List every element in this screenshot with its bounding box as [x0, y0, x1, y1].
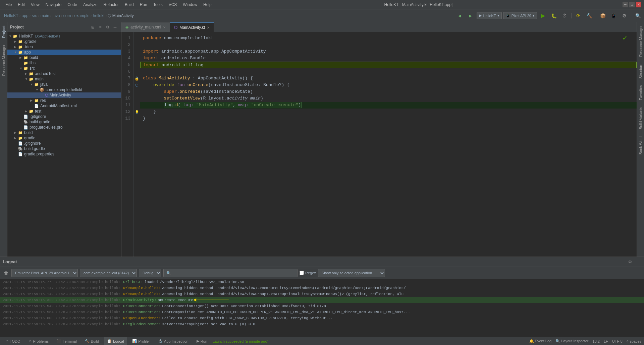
right-tab-word-book[interactable]: Book Word — [638, 133, 644, 158]
tree-item-build-app[interactable]: ▶ 📁 build — [7, 55, 121, 60]
tree-item-gitignore-app[interactable]: ▶ 📄 .gitignore — [7, 114, 121, 119]
menu-window[interactable]: Window — [180, 2, 200, 8]
status-event-log[interactable]: 🔔 Event Log — [529, 339, 552, 343]
gradle-button[interactable]: 🔨 — [584, 11, 594, 20]
app-filter-select[interactable]: Show only selected application — [318, 269, 385, 277]
panel-expand-button[interactable]: ⊞ — [90, 24, 96, 30]
menu-view[interactable]: View — [28, 2, 42, 8]
panel-minimize-button[interactable]: ─ — [112, 24, 118, 30]
menu-run[interactable]: Run — [137, 2, 150, 8]
run-button[interactable]: ▶ — [538, 11, 548, 20]
right-tab-build-variants[interactable]: Build Variants — [638, 104, 644, 133]
forward-button[interactable]: ► — [466, 11, 475, 20]
menu-build[interactable]: Build — [122, 2, 137, 8]
status-tab-problems[interactable]: ⚠ Problems — [26, 337, 51, 345]
back-button[interactable]: ◄ — [455, 11, 465, 20]
menu-navigate[interactable]: Navigate — [43, 2, 64, 8]
menu-analyze[interactable]: Analyze — [80, 2, 100, 8]
tree-item-test[interactable]: ▶ 📁 test — [7, 109, 121, 114]
tree-item-proguard[interactable]: ▶ 📄 proguard-rules.pro — [7, 125, 121, 130]
tree-item-gitignore-root[interactable]: ▶ 📄 .gitignore — [7, 141, 121, 146]
tree-item-libs[interactable]: ▶ 📁 libs — [7, 60, 121, 66]
tree-item-app[interactable]: ▼ 📁 app — [7, 50, 121, 55]
logcat-settings-button[interactable]: ⚙ — [627, 259, 633, 265]
tree-item-res[interactable]: ▶ 📁 res — [7, 98, 121, 103]
log-line-5: 2021-11-15 16:59:16.564 8178-8178/com.ex… — [0, 309, 644, 315]
tree-item-buildgradle-root[interactable]: ▶ 🐘 build.gradle — [7, 146, 121, 151]
menu-tools[interactable]: Tools — [151, 2, 165, 8]
debug-button[interactable]: 🐛 — [549, 11, 558, 20]
tab-mainactivity-kt[interactable]: ⬡ MainActivity.kt ✕ — [170, 22, 214, 32]
tree-item-gradle-root[interactable]: ▶ 📁 gradle — [7, 135, 121, 141]
panel-collapse-button[interactable]: ≡ — [97, 24, 104, 30]
breadcrumb-item-5[interactable]: com — [63, 13, 71, 18]
menu-help[interactable]: Help — [201, 2, 214, 8]
breadcrumb-item-8[interactable]: ⬡ MainActivity — [108, 13, 133, 18]
sync-button[interactable]: ⟳ — [574, 11, 583, 20]
tree-item-gradleprops[interactable]: ▶ 📄 gradle.properties — [7, 151, 121, 157]
menu-refactor[interactable]: Refactor — [101, 2, 121, 8]
tree-item-buildgradle-app[interactable]: ▶ 🐘 build.gradle — [7, 119, 121, 125]
breadcrumb-item-4[interactable]: java — [53, 13, 60, 18]
status-tab-run[interactable]: ▶ Run — [194, 337, 210, 345]
breadcrumb-item-7[interactable]: hellokt — [93, 13, 105, 18]
status-tab-app-inspection[interactable]: 🔬 App Inspection — [155, 337, 191, 345]
device-filter-select[interactable]: Emulator Pixel_API_29 Android 1 — [11, 269, 78, 277]
regex-checkbox[interactable] — [300, 271, 304, 275]
tab-activity-main-xml[interactable]: ◈ activity_main.xml ✕ — [121, 22, 170, 32]
tree-item-androidmanifest[interactable]: ▶ 📄 AndroidManifest.xml — [7, 103, 121, 109]
right-tab-structure[interactable]: Structure — [638, 60, 644, 82]
right-tab-resource-manager[interactable]: Resource Manager — [638, 22, 644, 60]
logcat-clear-button[interactable]: 🗑 — [3, 270, 9, 276]
menu-edit[interactable]: Edit — [15, 2, 28, 8]
device-selector[interactable]: 📱Pixel API 29▾ — [503, 12, 537, 19]
tree-item-androidtest[interactable]: ▶ 📁 androidTest — [7, 71, 121, 76]
settings-button[interactable]: ⚙ — [620, 11, 629, 20]
status-tab-profiler[interactable]: 📊 Profiler — [129, 337, 153, 345]
tree-item-java[interactable]: ▼ 📁 java — [7, 82, 121, 87]
tree-item-mainactivity[interactable]: ▶ ⬡ MainActivity — [7, 92, 121, 98]
sidebar-item-project[interactable]: Project — [1, 22, 7, 41]
maximize-button[interactable]: □ — [629, 2, 635, 7]
package-filter-select[interactable]: com.example.hellokt (8142) — [80, 269, 137, 277]
status-tab-build[interactable]: 🔨 Build — [82, 337, 102, 345]
tree-item-main[interactable]: ▼ 📁 main — [7, 76, 121, 82]
panel-gear-button[interactable]: ⚙ — [104, 24, 111, 30]
profile-button[interactable]: ⏱ — [560, 11, 569, 20]
close-tab-kt[interactable]: ✕ — [207, 26, 210, 29]
tree-item-idea[interactable]: ▶ 📁 .idea — [7, 44, 121, 50]
status-tab-terminal[interactable]: ⬛ Terminal — [54, 337, 79, 345]
sdk-manager-button[interactable]: 📦 — [598, 11, 607, 20]
avd-manager-button[interactable]: 📱 — [609, 11, 618, 20]
close-tab-xml[interactable]: ✕ — [163, 25, 166, 29]
close-button[interactable]: ✕ — [636, 2, 641, 7]
code-content[interactable]: package com.example.hellokt import andro… — [140, 32, 637, 257]
minimize-button[interactable]: ─ — [623, 2, 628, 7]
breadcrumb-item-0[interactable]: HelloKT — [4, 13, 18, 18]
tree-item-hellokt[interactable]: ▼ 📁 HelloKT D:\App\HelloKT — [7, 33, 121, 39]
menu-file[interactable]: File — [3, 2, 14, 8]
status-layout-inspector[interactable]: 🔍 Layout Inspector — [555, 339, 588, 343]
menu-vcs[interactable]: VCS — [166, 2, 180, 8]
breadcrumb-item-1[interactable]: app — [22, 13, 29, 18]
search-everywhere-button[interactable]: 🔍 — [633, 11, 643, 20]
tree-item-gradle[interactable]: ▶ 📁 .gradle — [7, 39, 121, 44]
menu-code[interactable]: Code — [65, 2, 80, 8]
sidebar-item-resource-manager[interactable]: Resource Manager — [1, 41, 7, 79]
tree-item-src[interactable]: ▼ 📁 src — [7, 66, 121, 71]
tree-item-build-root[interactable]: ▶ 📁 build — [7, 130, 121, 135]
run-config-selector[interactable]: ▶HelloKT▾ — [477, 12, 502, 19]
status-tab-todo[interactable]: ⊙ TODO — [3, 337, 23, 345]
status-tab-logcat[interactable]: 📋 Logcat — [104, 337, 127, 345]
level-filter-select[interactable]: Debug — [139, 269, 161, 277]
logcat-minimize-button[interactable]: ─ — [635, 259, 641, 265]
line-numbers: 1 2 3 4 5 6 7 8 9 10 11 12 13 — [121, 32, 133, 257]
tree-item-package[interactable]: ▼ 📦 com.example.hellokt — [7, 87, 121, 92]
breadcrumb-item-2[interactable]: src — [32, 13, 37, 18]
breadcrumb-item-6[interactable]: example — [74, 13, 89, 18]
panel-tools: ⊞ ≡ ⚙ ─ — [90, 24, 118, 30]
status-bar: ⊙ TODO ⚠ Problems ⬛ Terminal 🔨 Build 📋 L… — [0, 337, 644, 345]
logcat-search-input[interactable] — [163, 269, 298, 277]
breadcrumb-item-3[interactable]: main — [41, 13, 49, 18]
right-tab-favorites[interactable]: Favorites — [638, 82, 644, 104]
